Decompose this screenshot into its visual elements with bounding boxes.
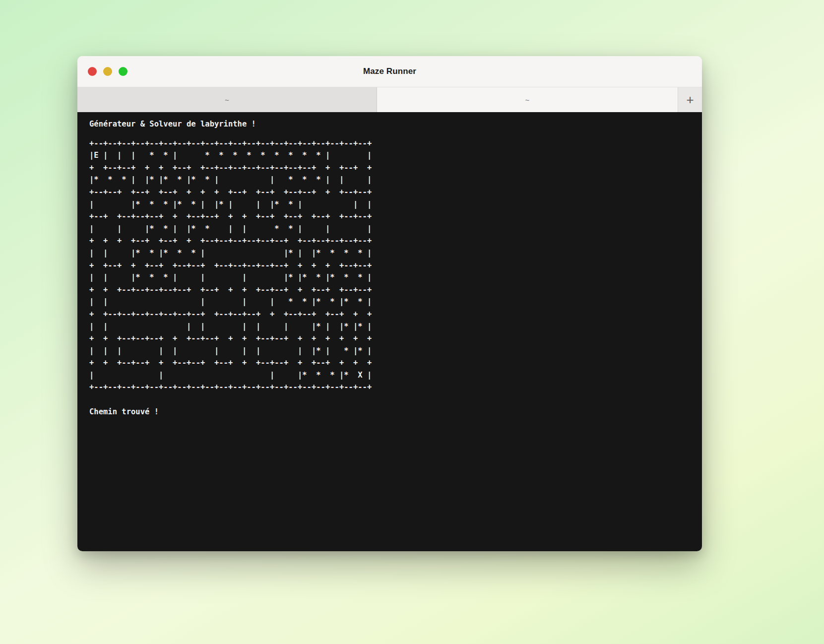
tab-1-label: ~ bbox=[225, 96, 229, 104]
tab-2-label: ~ bbox=[525, 96, 530, 104]
traffic-lights bbox=[88, 67, 127, 76]
tab-bar: ~ ~ + bbox=[77, 87, 702, 112]
close-button[interactable] bbox=[88, 67, 97, 76]
greeting-text: Générateur & Solveur de labyrinthe ! bbox=[89, 118, 690, 130]
result-text: Chemin trouvé ! bbox=[89, 406, 690, 418]
window-title: Maze Runner bbox=[363, 66, 416, 76]
minimize-button[interactable] bbox=[103, 67, 112, 76]
maze-art: +--+--+--+--+--+--+--+--+--+--+--+--+--+… bbox=[89, 137, 690, 393]
terminal-window: Maze Runner ~ ~ + Générateur & Solveur d… bbox=[77, 56, 702, 551]
new-tab-button[interactable]: + bbox=[678, 87, 702, 112]
tab-1[interactable]: ~ bbox=[77, 87, 377, 112]
terminal-content[interactable]: Générateur & Solveur de labyrinthe ! +--… bbox=[77, 112, 702, 551]
tab-2[interactable]: ~ bbox=[377, 87, 678, 112]
zoom-button[interactable] bbox=[119, 67, 127, 76]
plus-icon: + bbox=[686, 93, 694, 106]
title-bar: Maze Runner bbox=[77, 56, 702, 87]
